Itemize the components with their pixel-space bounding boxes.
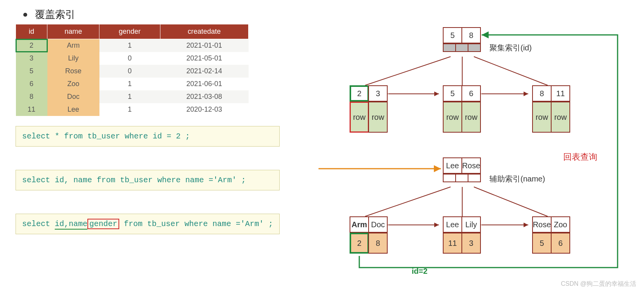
cell-id: 5 xyxy=(16,65,47,78)
id-eq-label: id=2 xyxy=(412,267,428,276)
aux-root-1: Rose xyxy=(461,157,481,174)
aux-leaf-key: Lee xyxy=(443,216,462,233)
aux-leaf-key: Doc xyxy=(368,216,388,233)
cell-date: 2020-12-03 xyxy=(160,103,248,116)
sql3-idname: id,name xyxy=(55,219,87,230)
back-query-label: 回表查询 xyxy=(563,151,597,163)
svg-line-5 xyxy=(365,187,451,216)
sql3-pre: select xyxy=(22,219,55,228)
svg-line-2 xyxy=(474,57,548,85)
th-id: id xyxy=(16,24,47,39)
ptr xyxy=(455,174,468,182)
ptr xyxy=(443,43,456,52)
cluster-leaf-key: 3 xyxy=(368,85,388,102)
ptr xyxy=(443,174,456,182)
table-row: 5Rose02021-02-14 xyxy=(16,65,249,78)
cell-date: 2021-06-01 xyxy=(160,78,248,90)
data-table: id name gender createdate 2Arm12021-01-0… xyxy=(16,24,249,116)
cell-gender: 1 xyxy=(99,103,160,116)
svg-line-0 xyxy=(365,57,451,85)
cell-name: Lily xyxy=(47,52,99,65)
cluster-leaf-row: row xyxy=(350,102,369,133)
cluster-label: 聚集索引(id) xyxy=(489,43,532,53)
cluster-leaf-key: 11 xyxy=(551,85,570,102)
aux-leaf-key: Lily xyxy=(461,216,481,233)
sql-2: select id, name from tb_user where name … xyxy=(16,170,280,190)
cell-id: 3 xyxy=(16,52,47,65)
cluster-root-1: 8 xyxy=(461,27,481,43)
table-row: 2Arm12021-01-01 xyxy=(16,39,249,52)
bullet-icon xyxy=(23,13,27,17)
sql3-gender: gender xyxy=(87,219,119,229)
cell-gender: 1 xyxy=(99,39,160,52)
cell-gender: 0 xyxy=(99,52,160,65)
watermark: CSDN @狗二蛋的幸福生活 xyxy=(561,280,636,288)
cluster-leaf-row: row xyxy=(551,102,570,133)
ptr xyxy=(455,43,468,52)
cluster-root-0: 5 xyxy=(443,27,462,43)
cell-date: 2021-05-01 xyxy=(160,52,248,65)
aux-leaf-id: 5 xyxy=(532,233,552,254)
table-row: 3Lily02021-05-01 xyxy=(16,52,249,65)
table-row: 11Lee12020-12-03 xyxy=(16,103,249,116)
ptr xyxy=(468,174,481,182)
svg-line-7 xyxy=(474,187,548,216)
aux-leaf-key: Rose xyxy=(532,216,552,233)
cluster-leaf-row: row xyxy=(443,102,462,133)
aux-leaf-id: 11 xyxy=(443,233,462,254)
cell-gender: 1 xyxy=(99,90,160,103)
page-title: 覆盖索引 xyxy=(35,8,75,21)
aux-leaf-id: 3 xyxy=(461,233,481,254)
cell-name: Arm xyxy=(47,39,99,52)
sql-3: select id,namegender from tb_user where … xyxy=(16,214,280,234)
aux-leaf-key: Zoo xyxy=(551,216,570,233)
cell-gender: 1 xyxy=(99,78,160,90)
aux-leaf-id: 2 xyxy=(350,233,369,254)
th-name: name xyxy=(47,24,99,39)
cell-date: 2021-02-14 xyxy=(160,65,248,78)
th-createdate: createdate xyxy=(160,24,248,39)
cell-name: Rose xyxy=(47,65,99,78)
aux-leaf-key: Arm xyxy=(350,216,369,233)
aux-leaf-id: 6 xyxy=(551,233,570,254)
cell-id: 8 xyxy=(16,90,47,103)
cluster-leaf-key: 5 xyxy=(443,85,462,102)
cell-name: Doc xyxy=(47,90,99,103)
th-gender: gender xyxy=(99,24,160,39)
tree-diagram: 5 8 聚集索引(id) 23rowrow56rowrow811rowrow L… xyxy=(319,23,629,279)
cell-date: 2021-01-01 xyxy=(160,39,248,52)
cluster-leaf-key: 8 xyxy=(532,85,552,102)
aux-label: 辅助索引(name) xyxy=(489,174,545,184)
cell-date: 2021-03-08 xyxy=(160,90,248,103)
cluster-leaf-row: row xyxy=(368,102,388,133)
sql3-post: from tb_user where name ='Arm' ; xyxy=(119,219,273,228)
aux-leaf-id: 8 xyxy=(368,233,388,254)
cluster-leaf-row: row xyxy=(461,102,481,133)
cluster-leaf-key: 6 xyxy=(461,85,481,102)
cell-name: Zoo xyxy=(47,78,99,90)
cell-id: 6 xyxy=(16,78,47,90)
sql-1: select * from tb_user where id = 2 ; xyxy=(16,126,280,147)
ptr xyxy=(468,43,481,52)
cluster-leaf-row: row xyxy=(532,102,552,133)
cluster-leaf-key: 2 xyxy=(350,85,369,102)
table-row: 8Doc12021-03-08 xyxy=(16,90,249,103)
cell-id: 2 xyxy=(16,39,47,52)
table-row: 6Zoo12021-06-01 xyxy=(16,78,249,90)
cell-name: Lee xyxy=(47,103,99,116)
aux-root-0: Lee xyxy=(443,157,462,174)
cell-gender: 0 xyxy=(99,65,160,78)
cell-id: 11 xyxy=(16,103,47,116)
